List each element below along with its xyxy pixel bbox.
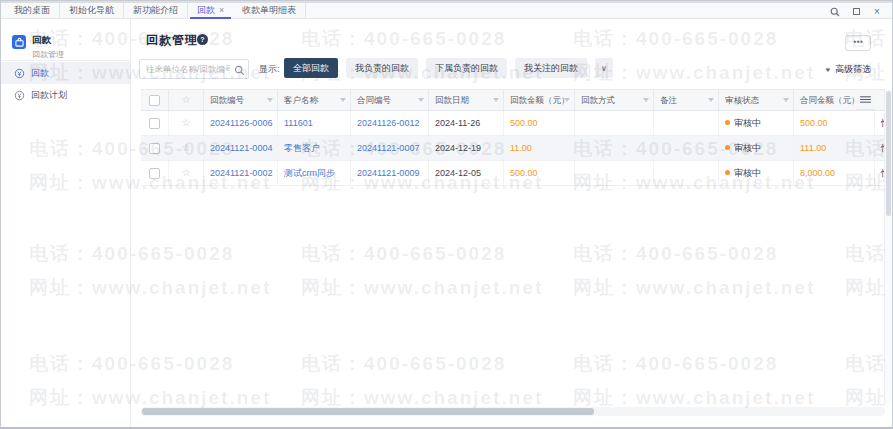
filter-subordinate-payments[interactable]: 下属负责的回款 <box>426 58 507 78</box>
sidebar-item-payment-plan[interactable]: 回款计划 <box>1 84 130 106</box>
payment-date: 2024-12-05 <box>429 161 504 185</box>
filter-icon[interactable] <box>708 98 714 102</box>
star-icon[interactable]: ☆ <box>182 168 191 178</box>
payment-date: 2024-11-26 <box>429 111 504 135</box>
filter-icon[interactable] <box>783 98 789 102</box>
contract-no-link[interactable]: 20241126-0012 <box>351 111 429 135</box>
filter-icon[interactable] <box>267 98 273 102</box>
app-title: 回款 <box>32 35 64 45</box>
col-amount[interactable]: 回款金额（元） <box>504 90 575 110</box>
select-all-checkbox[interactable] <box>149 95 160 106</box>
header-checkbox-cell[interactable] <box>141 90 169 110</box>
filter-icon[interactable] <box>418 98 424 102</box>
maximize-icon[interactable] <box>851 7 861 17</box>
star-icon: ☆ <box>182 95 191 105</box>
close-icon[interactable]: × <box>872 7 882 17</box>
filter-all-payments[interactable]: 全部回款 <box>284 58 338 78</box>
payment-no-link[interactable]: 20241126-0006 <box>204 111 278 135</box>
tab-my-desktop[interactable]: 我的桌面 <box>5 3 60 18</box>
more-actions-button[interactable]: ⋯ <box>845 35 871 51</box>
search-icon[interactable] <box>830 7 840 17</box>
contract-amount: 8,000.00 <box>794 161 875 185</box>
table-row[interactable]: ☆ 20241121-0004 零售客户 20241121-0007 2024-… <box>141 136 885 161</box>
star-icon[interactable]: ☆ <box>182 118 191 128</box>
col-note[interactable]: 备注 <box>654 90 719 110</box>
customer-link[interactable]: 111601 <box>278 111 351 135</box>
row-checkbox-cell[interactable] <box>141 111 169 135</box>
col-contract-no[interactable]: 合同编号 <box>351 90 429 110</box>
col-payment-no[interactable]: 回款编号 <box>204 90 278 110</box>
customer-link[interactable]: 测试crm同步 <box>278 161 351 185</box>
payment-date: 2024-12-19 <box>429 136 504 160</box>
contract-amount: 500.00 <box>794 111 875 135</box>
vertical-scrollbar-thumb[interactable] <box>886 91 891 216</box>
payment-method <box>575 111 654 135</box>
row-checkbox[interactable] <box>149 118 160 129</box>
payment-no-link[interactable]: 20241121-0004 <box>204 136 278 160</box>
tab-close-icon[interactable]: × <box>219 6 224 15</box>
payment-amount: 11.00 <box>504 136 575 160</box>
tab-init-nav[interactable]: 初始化导航 <box>60 3 124 18</box>
payment-note <box>654 111 719 135</box>
contract-no-link[interactable]: 20241121-0009 <box>351 161 429 185</box>
table-header-row: ☆ 回款编号 客户名称 合同编号 回款日期 回款金额（元） 回款方式 备注 审核… <box>141 89 885 111</box>
col-date[interactable]: 回款日期 <box>429 90 504 110</box>
col-status[interactable]: 审核状态 <box>719 90 794 110</box>
app-header: 回款 回款管理 <box>12 35 64 60</box>
sidebar-nav: 回款 回款计划 <box>1 62 130 106</box>
filter-icon[interactable] <box>564 98 570 102</box>
row-star-cell[interactable]: ☆ <box>169 111 204 135</box>
contract-no-link[interactable]: 20241121-0007 <box>351 136 429 160</box>
filter-my-payments[interactable]: 我负责的回款 <box>346 58 418 78</box>
advanced-filter[interactable]: ▼ 高级筛选 <box>825 63 871 76</box>
help-icon[interactable]: ? <box>197 34 208 45</box>
tab-new-features[interactable]: 新功能介绍 <box>124 3 188 18</box>
tab-label: 回款 <box>197 4 215 17</box>
sidebar-item-label: 回款计划 <box>31 89 67 102</box>
search-icon[interactable] <box>234 62 245 80</box>
table-row[interactable]: ☆ 20241126-0006 111601 20241126-0012 202… <box>141 111 885 136</box>
sidebar-item-payment[interactable]: 回款 <box>1 62 130 84</box>
tab-receipt-detail[interactable]: 收款单明细表 <box>233 3 306 18</box>
horizontal-scrollbar-thumb[interactable] <box>142 408 594 415</box>
status-dot-icon <box>725 120 730 125</box>
payment-no-link[interactable]: 20241121-0002 <box>204 161 278 185</box>
row-checkbox-cell[interactable] <box>141 161 169 185</box>
chevron-down-icon[interactable]: ∨ <box>595 58 613 78</box>
tab-label: 我的桌面 <box>14 4 50 17</box>
row-star-cell[interactable]: ☆ <box>169 161 204 185</box>
status-dot-icon <box>725 170 730 175</box>
search-box <box>139 58 249 78</box>
column-settings-icon[interactable] <box>856 90 875 110</box>
payment-method <box>575 136 654 160</box>
col-customer[interactable]: 客户名称 <box>278 90 351 110</box>
horizontal-scrollbar[interactable] <box>141 407 885 416</box>
filter-icon[interactable] <box>643 98 649 102</box>
filter-caret-icon: ▼ <box>824 67 832 73</box>
filter-followed-payments[interactable]: 我关注的回款 <box>515 58 587 78</box>
row-checkbox[interactable] <box>149 168 160 179</box>
table-body: ☆ 20241126-0006 111601 20241126-0012 202… <box>141 111 885 186</box>
sidebar: 回款 回款管理 回款 回款计划 <box>1 19 131 427</box>
status-dot-icon <box>725 145 730 150</box>
row-checkbox-cell[interactable] <box>141 136 169 160</box>
tab-payment-active[interactable]: 回款 × <box>188 3 233 18</box>
row-star-cell[interactable]: ☆ <box>169 136 204 160</box>
payment-nav-icon <box>14 68 25 79</box>
search-input[interactable] <box>139 59 249 79</box>
status-badge: 审核中 <box>719 136 794 160</box>
vertical-scrollbar[interactable] <box>884 90 892 404</box>
star-icon[interactable]: ☆ <box>182 143 191 153</box>
status-badge: 审核中 <box>719 111 794 135</box>
sidebar-item-label: 回款 <box>31 67 49 80</box>
customer-link[interactable]: 零售客户 <box>278 136 351 160</box>
row-checkbox[interactable] <box>149 143 160 154</box>
payment-note <box>654 136 719 160</box>
tab-label: 新功能介绍 <box>133 4 178 17</box>
filter-icon[interactable] <box>493 98 499 102</box>
filter-buttons: 全部回款 我负责的回款 下属负责的回款 我关注的回款 ∨ <box>284 58 613 78</box>
filter-icon[interactable] <box>340 98 346 102</box>
table-row[interactable]: ☆ 20241121-0002 测试crm同步 20241121-0009 20… <box>141 161 885 186</box>
col-method[interactable]: 回款方式 <box>575 90 654 110</box>
header-star-cell[interactable]: ☆ <box>169 90 204 110</box>
